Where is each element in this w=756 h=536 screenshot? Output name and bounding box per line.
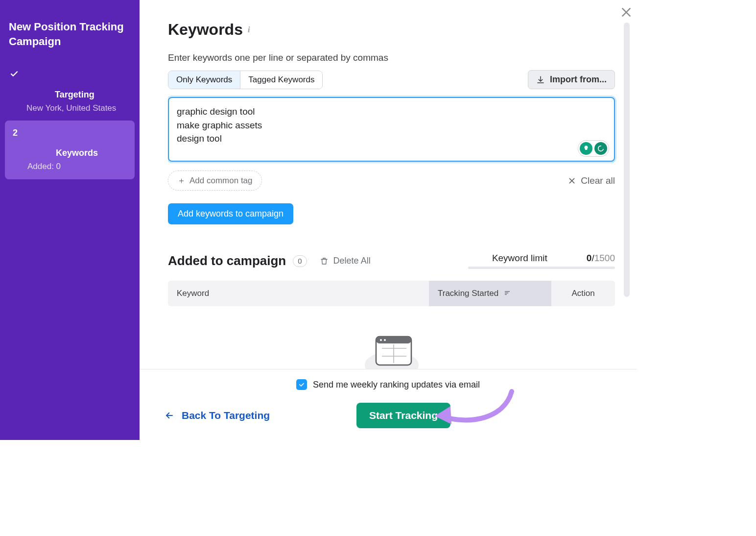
sidebar-step-label: Targeting bbox=[26, 69, 116, 100]
plus-icon: ＋ bbox=[177, 175, 186, 186]
add-common-tag-button[interactable]: ＋ Add common tag bbox=[168, 171, 262, 191]
sidebar-step-targeting[interactable]: Targeting New York, United States bbox=[0, 62, 140, 121]
close-icon bbox=[568, 177, 576, 185]
grammarly-icon[interactable] bbox=[594, 142, 607, 155]
keyword-limit-max: 1500 bbox=[594, 253, 615, 263]
empty-state-illustration bbox=[168, 326, 615, 373]
added-title: Added to campaign bbox=[168, 253, 286, 268]
suggestion-bulb-icon[interactable] bbox=[580, 142, 592, 155]
sidebar-step-sub: Added: 0 bbox=[27, 161, 98, 172]
weekly-email-label: Send me weekly ranking updates via email bbox=[313, 380, 480, 390]
keyword-limit-bar bbox=[468, 267, 615, 269]
download-icon bbox=[536, 75, 545, 84]
keywords-textarea[interactable] bbox=[177, 105, 606, 154]
sort-icon bbox=[504, 289, 511, 298]
close-icon[interactable] bbox=[620, 6, 633, 21]
svg-point-10 bbox=[380, 339, 382, 341]
main-panel: Keywords i Enter keywords one per line o… bbox=[140, 0, 637, 440]
delete-all-label: Delete All bbox=[333, 256, 371, 266]
instructions-text: Enter keywords one per line or separated… bbox=[168, 52, 615, 63]
check-icon bbox=[9, 69, 20, 78]
import-from-label: Import from... bbox=[550, 74, 607, 85]
trash-icon bbox=[320, 257, 329, 266]
keyword-mode-toggle: Only Keywords Tagged Keywords bbox=[168, 71, 323, 89]
clear-all-label: Clear all bbox=[581, 175, 615, 186]
page-title: Keywords i bbox=[168, 21, 615, 39]
keyword-limit-current: 0 bbox=[587, 253, 592, 263]
start-tracking-button[interactable]: Start Tracking bbox=[356, 403, 450, 428]
svg-point-11 bbox=[384, 339, 386, 341]
grammarly-badges bbox=[578, 140, 609, 157]
clear-all-button[interactable]: Clear all bbox=[568, 175, 615, 186]
tab-only-keywords[interactable]: Only Keywords bbox=[168, 71, 240, 89]
sidebar-step-keywords[interactable]: 2 Keywords Added: 0 bbox=[5, 121, 135, 179]
info-icon[interactable]: i bbox=[248, 25, 250, 34]
sidebar-step-label: Keywords bbox=[27, 127, 98, 158]
add-keywords-button[interactable]: Add keywords to campaign bbox=[168, 203, 293, 224]
keywords-table: Keyword Tracking Started Action bbox=[168, 281, 615, 306]
sidebar: New Position Tracking Campaign Targeting… bbox=[0, 0, 140, 440]
col-keyword[interactable]: Keyword bbox=[168, 281, 429, 306]
page-title-text: Keywords bbox=[168, 21, 243, 39]
col-tracking-started[interactable]: Tracking Started bbox=[429, 281, 551, 306]
keywords-textarea-wrap bbox=[168, 97, 615, 162]
import-from-button[interactable]: Import from... bbox=[528, 70, 615, 89]
footer: Send me weekly ranking updates via email… bbox=[140, 369, 637, 440]
back-to-targeting-button[interactable]: Back To Targeting bbox=[164, 410, 270, 421]
delete-all-button[interactable]: Delete All bbox=[320, 256, 371, 266]
added-count-badge: 0 bbox=[293, 255, 307, 267]
arrow-left-icon bbox=[164, 411, 175, 420]
weekly-email-checkbox[interactable] bbox=[296, 379, 307, 390]
sidebar-step-sub: New York, United States bbox=[26, 103, 116, 114]
back-label: Back To Targeting bbox=[182, 410, 270, 421]
keyword-limit: Keyword limit 0/1500 bbox=[468, 253, 615, 269]
col-action: Action bbox=[551, 281, 615, 306]
tab-tagged-keywords[interactable]: Tagged Keywords bbox=[240, 71, 322, 89]
keyword-limit-label: Keyword limit bbox=[492, 253, 547, 264]
sidebar-title: New Position Tracking Campaign bbox=[0, 20, 140, 62]
step-number: 2 bbox=[10, 127, 21, 138]
add-common-tag-label: Add common tag bbox=[189, 176, 253, 186]
